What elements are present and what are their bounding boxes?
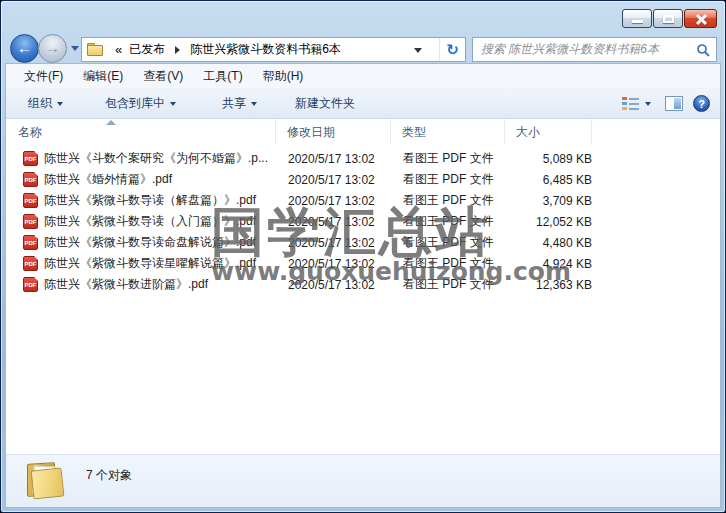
minimize-button[interactable] <box>622 9 652 28</box>
file-row[interactable]: PDF陈世兴《婚外情篇》.pdf 2020/5/17 13:02 看图王 PDF… <box>6 169 720 190</box>
refresh-button[interactable]: ↻ <box>439 38 465 61</box>
column-header-blank <box>592 119 720 145</box>
pdf-file-icon: PDF <box>23 193 38 208</box>
file-type: 看图王 PDF 文件 <box>391 150 505 167</box>
client-area: 文件(F) 编辑(E) 查看(V) 工具(T) 帮助(H) 组织 包含到库中 共… <box>5 63 721 508</box>
dropdown-caret-icon <box>251 102 257 106</box>
file-row[interactable]: PDF陈世兴《紫微斗数导读（解盘篇）》.pdf 2020/5/17 13:02 … <box>6 190 720 211</box>
menu-bar: 文件(F) 编辑(E) 查看(V) 工具(T) 帮助(H) <box>6 64 720 89</box>
file-type: 看图王 PDF 文件 <box>391 234 505 251</box>
menu-help[interactable]: 帮助(H) <box>253 65 314 88</box>
item-count: 7 个对象 <box>86 467 132 484</box>
preview-pane-button[interactable] <box>665 96 683 111</box>
file-type: 看图王 PDF 文件 <box>391 171 505 188</box>
column-header-row: 名称 修改日期 类型 大小 <box>6 119 720 145</box>
file-date: 2020/5/17 13:02 <box>276 215 391 229</box>
file-name: 陈世兴《斗数个案研究《为何不婚篇》.p... <box>44 150 268 167</box>
file-name: 陈世兴《紫微斗数导读（入门篇）》.pdf <box>44 213 256 230</box>
file-size: 12,052 KB <box>505 215 592 229</box>
breadcrumb-overflow[interactable]: « <box>115 42 122 57</box>
minimize-icon <box>632 20 643 23</box>
include-in-library-button[interactable]: 包含到库中 <box>97 91 184 116</box>
file-size: 5,089 KB <box>505 152 592 166</box>
file-type: 看图王 PDF 文件 <box>391 192 505 209</box>
refresh-icon: ↻ <box>446 41 459 59</box>
file-name: 陈世兴《紫微斗数导读命盘解说篇》.pdf <box>44 234 256 251</box>
search-icon <box>696 43 710 57</box>
close-button[interactable] <box>684 9 717 28</box>
file-type: 看图王 PDF 文件 <box>391 255 505 272</box>
file-date: 2020/5/17 13:02 <box>276 194 391 208</box>
folder-icon <box>87 43 104 56</box>
column-header-type[interactable]: 类型 <box>391 119 505 145</box>
file-size: 6,485 KB <box>505 173 592 187</box>
maximize-icon <box>663 15 674 23</box>
pdf-file-icon: PDF <box>23 151 38 166</box>
file-row[interactable]: PDF陈世兴《紫微斗数导读（入门篇）》.pdf 2020/5/17 13:02 … <box>6 211 720 232</box>
recent-pages-caret-icon[interactable] <box>71 46 79 51</box>
file-row[interactable]: PDF陈世兴《紫微斗数进阶篇》.pdf 2020/5/17 13:02 看图王 … <box>6 274 720 295</box>
file-date: 2020/5/17 13:02 <box>276 257 391 271</box>
file-row[interactable]: PDF陈世兴《紫微斗数导读命盘解说篇》.pdf 2020/5/17 13:02 … <box>6 232 720 253</box>
file-name: 陈世兴《婚外情篇》.pdf <box>44 171 172 188</box>
file-size: 3,709 KB <box>505 194 592 208</box>
file-date: 2020/5/17 13:02 <box>276 278 391 292</box>
pdf-file-icon: PDF <box>23 214 38 229</box>
file-name: 陈世兴《紫微斗数导读星曜解说篇》.pdf <box>44 255 256 272</box>
file-list: 名称 修改日期 类型 大小 PDF陈世兴《斗数个案研究《为何不婚篇》.p... … <box>6 119 720 454</box>
dropdown-caret-icon <box>170 102 176 106</box>
file-row[interactable]: PDF陈世兴《紫微斗数导读星曜解说篇》.pdf 2020/5/17 13:02 … <box>6 253 720 274</box>
file-rows: PDF陈世兴《斗数个案研究《为何不婚篇》.p... 2020/5/17 13:0… <box>6 148 720 295</box>
organize-button[interactable]: 组织 <box>20 91 71 116</box>
column-header-size[interactable]: 大小 <box>505 119 592 145</box>
search-box[interactable]: 搜索 陈世兴紫微斗数资料书籍6本 <box>472 37 717 62</box>
address-bar[interactable]: « 已发布 陈世兴紫微斗数资料书籍6本 ↻ <box>81 37 466 62</box>
file-date: 2020/5/17 13:02 <box>276 173 391 187</box>
forward-button[interactable]: → <box>38 34 67 63</box>
maximize-button[interactable] <box>653 9 683 28</box>
new-folder-button[interactable]: 新建文件夹 <box>287 91 363 116</box>
address-dropdown-caret-icon[interactable] <box>414 48 422 53</box>
help-icon: ? <box>698 98 705 110</box>
details-pane: 7 个对象 <box>6 454 720 507</box>
menu-tools[interactable]: 工具(T) <box>193 65 252 88</box>
menu-file[interactable]: 文件(F) <box>14 65 73 88</box>
back-button[interactable]: ← <box>10 34 39 63</box>
forward-arrow-icon: → <box>45 39 60 56</box>
column-header-date[interactable]: 修改日期 <box>276 119 391 145</box>
close-icon <box>696 14 707 25</box>
change-view-button[interactable] <box>618 94 655 114</box>
file-date: 2020/5/17 13:02 <box>276 236 391 250</box>
search-placeholder: 搜索 陈世兴紫微斗数资料书籍6本 <box>481 41 696 58</box>
file-type: 看图王 PDF 文件 <box>391 276 505 293</box>
file-size: 4,480 KB <box>505 236 592 250</box>
explorer-window: ← → « 已发布 陈世兴紫微斗数资料书籍6本 ↻ 搜索 陈世兴紫微斗数资料书籍… <box>0 0 726 513</box>
pdf-file-icon: PDF <box>23 235 38 250</box>
sort-ascending-icon <box>106 120 116 125</box>
file-name: 陈世兴《紫微斗数进阶篇》.pdf <box>44 276 208 293</box>
menu-view[interactable]: 查看(V) <box>133 65 193 88</box>
file-size: 12,363 KB <box>505 278 592 292</box>
help-button[interactable]: ? <box>693 95 710 112</box>
dropdown-caret-icon <box>57 102 63 106</box>
file-type: 看图王 PDF 文件 <box>391 213 505 230</box>
file-date: 2020/5/17 13:02 <box>276 152 391 166</box>
command-toolbar: 组织 包含到库中 共享 新建文件夹 ? <box>6 89 720 119</box>
breadcrumb-separator-icon[interactable] <box>175 46 180 54</box>
breadcrumb-current[interactable]: 陈世兴紫微斗数资料书籍6本 <box>187 39 344 60</box>
file-size: 4,924 KB <box>505 257 592 271</box>
pdf-file-icon: PDF <box>23 172 38 187</box>
breadcrumb-parent[interactable]: 已发布 <box>126 39 168 60</box>
file-row[interactable]: PDF陈世兴《斗数个案研究《为何不婚篇》.p... 2020/5/17 13:0… <box>6 148 720 169</box>
views-icon <box>622 97 639 111</box>
pdf-file-icon: PDF <box>23 256 38 271</box>
views-caret-icon <box>645 102 651 106</box>
column-header-name[interactable]: 名称 <box>6 119 276 145</box>
pdf-file-icon: PDF <box>23 277 38 292</box>
file-name: 陈世兴《紫微斗数导读（解盘篇）》.pdf <box>44 192 256 209</box>
back-arrow-icon: ← <box>17 39 32 56</box>
folder-icon <box>24 460 68 502</box>
share-button[interactable]: 共享 <box>214 91 265 116</box>
menu-edit[interactable]: 编辑(E) <box>73 65 133 88</box>
